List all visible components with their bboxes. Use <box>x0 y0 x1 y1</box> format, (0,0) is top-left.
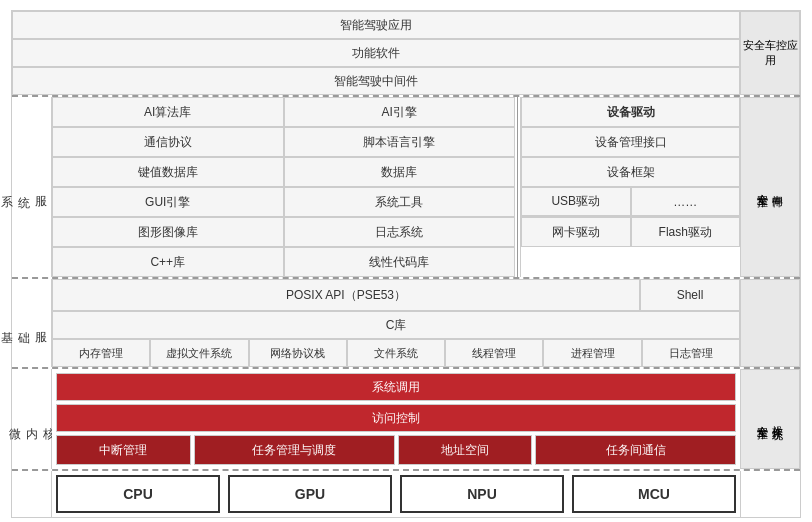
cell-db: 数据库 <box>284 157 516 187</box>
posix-row: POSIX API（PSE53） Shell <box>52 279 740 311</box>
sys-left-grid: AI算法库 AI引擎 通信协议 脚本语言引擎 键值数据库 数据库 GUI引擎 系… <box>52 97 515 277</box>
cell-kv-db: 键值数据库 <box>52 157 284 187</box>
mem-mgmt: 内存管理 <box>52 339 150 367</box>
thread-mgmt: 线程管理 <box>445 339 543 367</box>
bottom-right-spacer <box>740 471 800 517</box>
sys-label: 系统服务 <box>12 97 52 277</box>
sys-right-label: 安全车控中间件 <box>740 97 800 277</box>
basic-main: POSIX API（PSE53） Shell C库 内存管理 虚拟文件系统 网络… <box>52 279 740 367</box>
top-main: 智能驾驶应用 功能软件 智能驾驶中间件 <box>12 11 740 95</box>
ipc: 任务间通信 <box>535 435 736 465</box>
cell-ai-engine: AI引擎 <box>284 97 516 127</box>
log-mgmt: 日志管理 <box>642 339 740 367</box>
npu-cell: NPU <box>400 475 564 513</box>
access-control: 访问控制 <box>56 404 736 432</box>
driver-row-2: 网卡驱动 Flash驱动 <box>521 217 740 247</box>
sys-row-1: AI算法库 AI引擎 <box>52 97 515 127</box>
proc-mgmt: 进程管理 <box>543 339 641 367</box>
device-framework: 设备框架 <box>521 157 740 187</box>
mcu-cell: MCU <box>572 475 736 513</box>
architecture-diagram: 智能驾驶应用 功能软件 智能驾驶中间件 安全车控应用 系统服务 AI算法库 AI… <box>11 10 801 518</box>
fs: 文件系统 <box>347 339 445 367</box>
sys-row-5: 图形图像库 日志系统 <box>52 217 515 247</box>
gpu-cell: GPU <box>228 475 392 513</box>
basic-section: 基础服务 POSIX API（PSE53） Shell C库 内存管理 虚拟文件… <box>12 277 800 367</box>
top-right-label: 安全车控应用 <box>740 11 800 95</box>
network-driver: 网卡驱动 <box>521 217 631 247</box>
posix-api: POSIX API（PSE53） <box>52 279 640 311</box>
bottom-section: CPU GPU NPU MCU <box>12 469 800 517</box>
cell-comm-protocol: 通信协议 <box>52 127 284 157</box>
usb-driver: USB驱动 <box>521 187 631 216</box>
cell-log-sys: 日志系统 <box>284 217 516 247</box>
net-stack: 网络协议栈 <box>249 339 347 367</box>
sys-row-6: C++库 线性代码库 <box>52 247 515 277</box>
row-intelligent-driving-app: 智能驾驶应用 <box>12 11 740 39</box>
sys-main: AI算法库 AI引擎 通信协议 脚本语言引擎 键值数据库 数据库 GUI引擎 系… <box>52 97 740 277</box>
shell: Shell <box>640 279 740 311</box>
sys-section: 系统服务 AI算法库 AI引擎 通信协议 脚本语言引擎 键值数据库 数据 <box>12 95 800 277</box>
sys-row-2: 通信协议 脚本语言引擎 <box>52 127 515 157</box>
vfs: 虚拟文件系统 <box>150 339 248 367</box>
driver-row-1: USB驱动 …… <box>521 187 740 217</box>
sys-row-4: GUI引擎 系统工具 <box>52 187 515 217</box>
cell-cpp-lib: C++库 <box>52 247 284 277</box>
flash-driver: Flash驱动 <box>631 217 741 247</box>
syscall: 系统调用 <box>56 373 736 401</box>
kernel-section: 微内核 系统调用 访问控制 中断管理 任务管理与调度 地址空间 任务间通信 安全… <box>12 367 800 469</box>
cell-graphics-lib: 图形图像库 <box>52 217 284 247</box>
addr-space: 地址空间 <box>398 435 533 465</box>
interrupt-mgmt: 中断管理 <box>56 435 191 465</box>
row-functional-software: 功能软件 <box>12 39 740 67</box>
cell-gui: GUI引擎 <box>52 187 284 217</box>
kernel-bottom-row: 中断管理 任务管理与调度 地址空间 任务间通信 <box>56 435 736 465</box>
device-driver-block: 设备驱动 设备管理接口 设备框架 USB驱动 …… 网卡驱动 Flash驱动 <box>520 97 740 277</box>
device-driver-title: 设备驱动 <box>521 97 740 127</box>
kernel-right-label: 安全车控操作系统 <box>740 369 800 469</box>
c-library: C库 <box>52 311 740 339</box>
basic-label: 基础服务 <box>12 279 52 367</box>
device-mgmt-interface: 设备管理接口 <box>521 127 740 157</box>
kernel-main: 系统调用 访问控制 中断管理 任务管理与调度 地址空间 任务间通信 <box>52 369 740 469</box>
task-mgmt: 任务管理与调度 <box>194 435 395 465</box>
row-intelligent-driving-middleware: 智能驾驶中间件 <box>12 67 740 95</box>
sys-content-row: AI算法库 AI引擎 通信协议 脚本语言引擎 键值数据库 数据库 GUI引擎 系… <box>52 97 740 277</box>
cell-linear-lib: 线性代码库 <box>284 247 516 277</box>
cpu-cell: CPU <box>56 475 220 513</box>
top-section: 智能驾驶应用 功能软件 智能驾驶中间件 安全车控应用 <box>12 11 800 95</box>
cell-ai-lib: AI算法库 <box>52 97 284 127</box>
sys-row-3: 键值数据库 数据库 <box>52 157 515 187</box>
basic-bottom-row: 内存管理 虚拟文件系统 网络协议栈 文件系统 线程管理 进程管理 日志管理 <box>52 339 740 367</box>
cell-sys-tools: 系统工具 <box>284 187 516 217</box>
kernel-label: 微内核 <box>12 369 52 469</box>
divider-v <box>517 97 518 277</box>
basic-right-placeholder <box>740 279 800 367</box>
bottom-left-spacer <box>12 471 52 517</box>
cell-script-engine: 脚本语言引擎 <box>284 127 516 157</box>
ellipsis: …… <box>631 187 741 216</box>
